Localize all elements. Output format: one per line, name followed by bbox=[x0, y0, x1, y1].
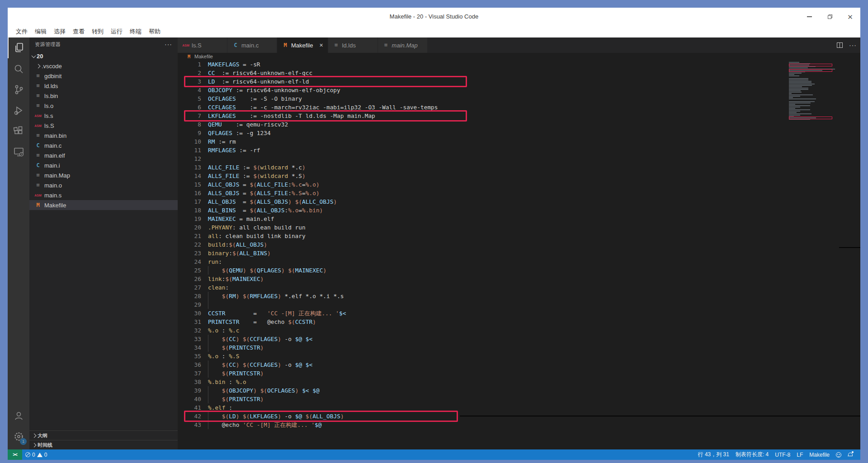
notifications-button[interactable] bbox=[844, 449, 856, 460]
code-line-32[interactable]: 32%.o : %.c bbox=[178, 326, 860, 335]
minimap[interactable] bbox=[789, 62, 860, 120]
menu-选择[interactable]: 选择 bbox=[50, 27, 69, 37]
close-button[interactable]: ✕ bbox=[840, 8, 860, 26]
tab-ls.S[interactable]: ASMls.S bbox=[178, 37, 227, 53]
eol-setting[interactable]: LF bbox=[793, 449, 806, 460]
code-line-17[interactable]: 17ALL_OBJS = $(ALLS_OBJS) $(ALLC_OBJS) bbox=[178, 197, 860, 206]
makefile-icon: M bbox=[185, 54, 193, 60]
file-item-ls.s[interactable]: ASMls.s bbox=[29, 111, 178, 121]
code-line-31[interactable]: 31PRINTCSTR = @echo $(CCSTR) bbox=[178, 318, 860, 326]
line-number: 37 bbox=[178, 369, 201, 378]
code-line-39[interactable]: 39 $(OBJCOPY) $(OCFLAGES) $< $@ bbox=[178, 386, 860, 395]
code-line-15[interactable]: 15ALLC_OBJS = $(ALLC_FILE:%.c=%.o) bbox=[178, 180, 860, 189]
explorer-actions-icon[interactable]: ··· bbox=[165, 41, 172, 48]
minimap-annotation-mark bbox=[789, 64, 832, 66]
restore-button[interactable] bbox=[820, 8, 840, 26]
file-item-main.o[interactable]: ≡main.o bbox=[29, 180, 178, 190]
code-line-28[interactable]: 28 $(RM) $(RMFLAGES) *.elf *.o *.i *.s bbox=[178, 292, 860, 300]
encoding-setting[interactable]: UTF-8 bbox=[772, 449, 793, 460]
code-line-34[interactable]: 34 $(PRINTCSTR) bbox=[178, 343, 860, 352]
feedback-button[interactable] bbox=[833, 449, 844, 460]
account-icon[interactable] bbox=[8, 405, 29, 426]
code-line-38[interactable]: 38%.bin : %.o bbox=[178, 378, 860, 386]
code-line-18[interactable]: 18ALL_BINS = $(ALL_OBJS:%.o=%.bin) bbox=[178, 206, 860, 215]
code-line-10[interactable]: 10RM := rm bbox=[178, 137, 860, 146]
language-mode[interactable]: Makefile bbox=[806, 449, 833, 460]
code-line-27[interactable]: 27clean: bbox=[178, 283, 860, 292]
remote-explorer-icon[interactable] bbox=[8, 141, 29, 162]
tab-ld.lds[interactable]: ≡ld.lds bbox=[328, 37, 378, 53]
problems-indicator[interactable]: 0 0 bbox=[22, 449, 50, 460]
run-debug-icon[interactable] bbox=[8, 100, 29, 121]
minimize-button[interactable] bbox=[799, 8, 820, 26]
tab-Makefile[interactable]: MMakefile× bbox=[277, 37, 328, 53]
code-line-20[interactable]: 20.PHYANY: all clean build run bbox=[178, 223, 860, 232]
file-item-ld.lds[interactable]: ≡ld.lds bbox=[29, 81, 178, 91]
menu-帮助[interactable]: 帮助 bbox=[145, 27, 164, 37]
code-line-29[interactable]: 29 bbox=[178, 300, 860, 309]
source-control-icon[interactable] bbox=[8, 79, 29, 100]
section-时间线[interactable]: 时间线 bbox=[29, 440, 178, 449]
cursor-position[interactable]: 行 43，列 31 bbox=[695, 449, 732, 460]
menu-编辑[interactable]: 编辑 bbox=[31, 27, 50, 37]
file-item-Makefile[interactable]: MMakefile bbox=[29, 200, 178, 210]
file-item-ls.S[interactable]: ASMls.S bbox=[29, 121, 178, 131]
menu-文件[interactable]: 文件 bbox=[12, 27, 31, 37]
menu-终端[interactable]: 终端 bbox=[126, 27, 145, 37]
code-line-23[interactable]: 23binary:$(ALL_BINS) bbox=[178, 249, 860, 257]
code-line-30[interactable]: 30CCSTR = 'CC -[M] 正在构建... '$< bbox=[178, 309, 860, 318]
code-line-11[interactable]: 11RMFLAGES := -rf bbox=[178, 146, 860, 154]
code-line-36[interactable]: 36 $(CC) $(CCFLAGES) -o $@ $< bbox=[178, 360, 860, 369]
code-line-21[interactable]: 21all: clean build link binary bbox=[178, 232, 860, 240]
tab-main.c[interactable]: Cmain.c bbox=[227, 37, 277, 53]
file-item-main.Map[interactable]: ≡main.Map bbox=[29, 170, 178, 180]
code-line-9[interactable]: 9QFLAGES := -g 1234 bbox=[178, 129, 860, 137]
tab-close-icon[interactable]: × bbox=[319, 42, 323, 49]
code-line-1[interactable]: 1MAKEFLAGS = -sR bbox=[178, 60, 860, 69]
settings-icon[interactable]: 1 bbox=[8, 426, 29, 447]
file-icon: ≡ bbox=[333, 42, 340, 49]
code-text: MAKEFLAGS = -sR bbox=[208, 60, 260, 69]
code-line-13[interactable]: 13ALLC_FILE := $(wildcard *.c) bbox=[178, 163, 860, 172]
code-line-33[interactable]: 33 $(CC) $(CCFLAGES) -o $@ $< bbox=[178, 335, 860, 343]
file-item-main.s[interactable]: ASMmain.s bbox=[29, 190, 178, 200]
code-line-16[interactable]: 16ALLS_OBJS = $(ALLS_FILE:%.S=%.o) bbox=[178, 189, 860, 197]
asm-file-icon: ASM bbox=[34, 192, 42, 199]
tab-main.Map[interactable]: ≡main.Map bbox=[378, 37, 428, 53]
file-item-.vscode[interactable]: .vscode bbox=[29, 61, 178, 71]
file-item-main.bin[interactable]: ≡main.bin bbox=[29, 131, 178, 140]
code-line-5[interactable]: 5OCFLAGES := -S -O binary bbox=[178, 94, 860, 103]
code-line-25[interactable]: 25 $(QEMU) $(QFLAGES) $(MAINEXEC) bbox=[178, 266, 860, 275]
file-item-main.i[interactable]: Cmain.i bbox=[29, 160, 178, 170]
menu-运行[interactable]: 运行 bbox=[107, 27, 126, 37]
code-line-35[interactable]: 35%.o : %.S bbox=[178, 352, 860, 360]
section-大纲[interactable]: 大纲 bbox=[29, 430, 178, 440]
code-line-19[interactable]: 19MAINEXEC = main.elf bbox=[178, 215, 860, 223]
file-item-gdbinit[interactable]: ≡gdbinit bbox=[29, 71, 178, 81]
breadcrumb[interactable]: M Makefile bbox=[178, 53, 860, 60]
code-line-12[interactable]: 12 bbox=[178, 154, 860, 163]
code-line-24[interactable]: 24run: bbox=[178, 257, 860, 266]
code-area[interactable]: 1MAKEFLAGS = -sR2CC := riscv64-unknown-e… bbox=[178, 60, 860, 449]
code-line-40[interactable]: 40 $(PRINTCSTR) bbox=[178, 395, 860, 403]
file-item-ls.bin[interactable]: ≡ls.bin bbox=[29, 91, 178, 101]
code-line-14[interactable]: 14ALLS_FILE := $(wildcard *.S) bbox=[178, 172, 860, 180]
explorer-icon[interactable] bbox=[8, 37, 29, 58]
search-icon[interactable] bbox=[8, 58, 29, 79]
menu-查看[interactable]: 查看 bbox=[69, 27, 88, 37]
code-line-22[interactable]: 22build:$(ALL_OBJS) bbox=[178, 240, 860, 249]
remote-indicator[interactable]: >< bbox=[8, 449, 22, 460]
file-item-main.elf[interactable]: ≡main.elf bbox=[29, 150, 178, 160]
file-item-main.c[interactable]: Cmain.c bbox=[29, 140, 178, 150]
indentation-setting[interactable]: 制表符长度: 4 bbox=[732, 449, 772, 460]
menu-转到[interactable]: 转到 bbox=[88, 27, 107, 37]
code-line-37[interactable]: 37 $(PRINTCSTR) bbox=[178, 369, 860, 378]
code-text: clean: bbox=[208, 283, 229, 292]
split-editor-icon[interactable] bbox=[837, 42, 843, 48]
tree-root-folder[interactable]: 20 bbox=[29, 51, 178, 61]
file-item-ls.o[interactable]: ≡ls.o bbox=[29, 101, 178, 111]
extensions-icon[interactable] bbox=[8, 121, 29, 141]
code-line-26[interactable]: 26link:$(MAINEXEC) bbox=[178, 275, 860, 283]
editor-more-actions-icon[interactable]: ··· bbox=[849, 42, 857, 49]
line-number: 27 bbox=[178, 283, 201, 292]
